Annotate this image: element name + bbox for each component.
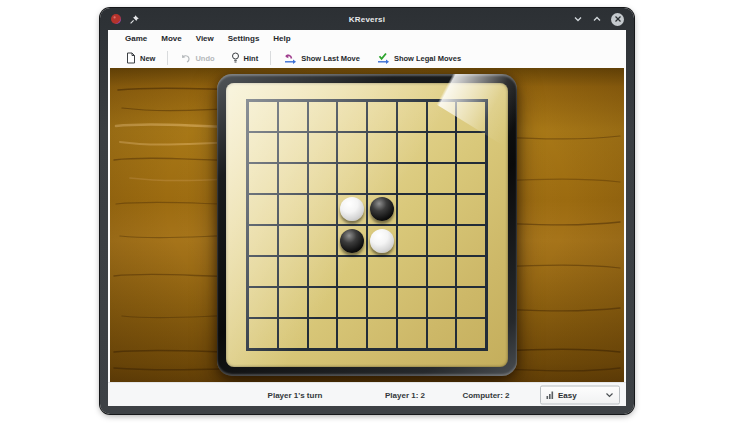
toolbar-separator [167,51,168,65]
difficulty-value: Easy [558,390,577,399]
window-title: KReversi [220,15,514,24]
game-piece-white[interactable] [340,197,364,221]
kreversi-app-icon [110,13,122,25]
board-surface [226,83,508,367]
game-piece-black[interactable] [340,229,364,253]
window-content: Game Move View Settings Help New [108,30,626,406]
hint-button[interactable]: Hint [223,49,267,67]
game-area [108,68,626,382]
menu-move[interactable]: Move [154,30,188,48]
legal-moves-check-icon [376,52,390,65]
chevron-down-icon [605,390,614,399]
show-last-move-label: Show Last Move [301,54,360,63]
difficulty-bars-icon [546,390,554,399]
new-document-icon [126,52,136,64]
game-piece-black[interactable] [370,197,394,221]
show-legal-moves-label: Show Legal Moves [394,54,461,63]
menu-view[interactable]: View [189,30,221,48]
pieces-layer [246,99,488,351]
maximize-button[interactable] [592,14,602,24]
menu-settings[interactable]: Settings [221,30,267,48]
show-last-move-button[interactable]: Show Last Move [275,49,368,67]
undo-button-label: Undo [195,54,214,63]
menu-game[interactable]: Game [118,30,154,48]
close-button[interactable] [611,13,624,26]
toolbar-separator [270,51,271,65]
statusbar: Player 1's turn Player 1: 2 Computer: 2 … [108,382,626,406]
difficulty-dropdown[interactable]: Easy [540,385,620,404]
kreversi-window: KReversi Game Move View Settings Help [100,8,634,414]
undo-button[interactable]: Undo [172,49,222,67]
undo-arrow-icon [180,53,191,64]
game-piece-white[interactable] [370,229,394,253]
computer-score: Computer: 2 [462,390,509,399]
last-move-arrow-icon [283,52,297,65]
turn-status: Player 1's turn [268,390,323,399]
new-button[interactable]: New [118,49,163,67]
menu-help[interactable]: Help [266,30,297,48]
pin-icon[interactable] [129,14,140,25]
player1-score: Player 1: 2 [385,390,425,399]
show-legal-moves-button[interactable]: Show Legal Moves [368,49,469,67]
toolbar: New Undo [108,48,626,68]
menubar: Game Move View Settings Help [108,30,626,48]
titlebar: KReversi [108,8,626,30]
minimize-button[interactable] [573,14,583,24]
new-button-label: New [140,54,155,63]
hint-button-label: Hint [244,54,259,63]
reversi-board [217,74,517,376]
lightbulb-icon [231,52,240,64]
